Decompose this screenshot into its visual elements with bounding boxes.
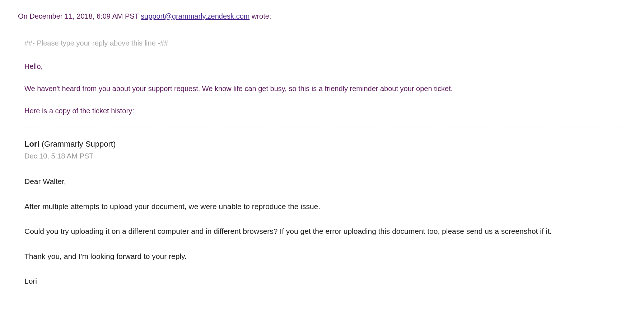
quote-header: On December 11, 2018, 6:09 AM PST suppor… (18, 11, 626, 22)
body-paragraph: Lori (24, 275, 626, 287)
body-paragraph: Dear Walter, (24, 176, 626, 187)
intro-section: Hello, We haven't heard from you about y… (24, 61, 626, 116)
history-header: Lori (Grammarly Support) Dec 10, 5:18 AM… (24, 138, 626, 161)
intro-line2: Here is a copy of the ticket history: (24, 105, 626, 116)
reply-marker: ##- Please type your reply above this li… (24, 38, 626, 48)
body-paragraph: Could you try uploading it on a differen… (24, 226, 626, 237)
quote-header-prefix: On December 11, 2018, 6:09 AM PST (18, 12, 141, 20)
author-name: Lori (24, 139, 39, 148)
author-org: (Grammarly Support) (39, 139, 116, 148)
divider (24, 128, 626, 128)
author-line: Lori (Grammarly Support) (24, 138, 626, 150)
quoted-block: ##- Please type your reply above this li… (18, 38, 626, 287)
quote-header-suffix: wrote: (249, 12, 271, 20)
history-timestamp: Dec 10, 5:18 AM PST (24, 151, 626, 161)
intro-greeting: Hello, (24, 61, 626, 72)
intro-line1: We haven't heard from you about your sup… (24, 83, 626, 94)
sender-email-link[interactable]: support@grammarly.zendesk.com (141, 12, 249, 20)
body-paragraph: After multiple attempts to upload your d… (24, 201, 626, 212)
history-body: Dear Walter, After multiple attempts to … (24, 176, 626, 287)
body-paragraph: Thank you, and I'm looking forward to yo… (24, 251, 626, 262)
